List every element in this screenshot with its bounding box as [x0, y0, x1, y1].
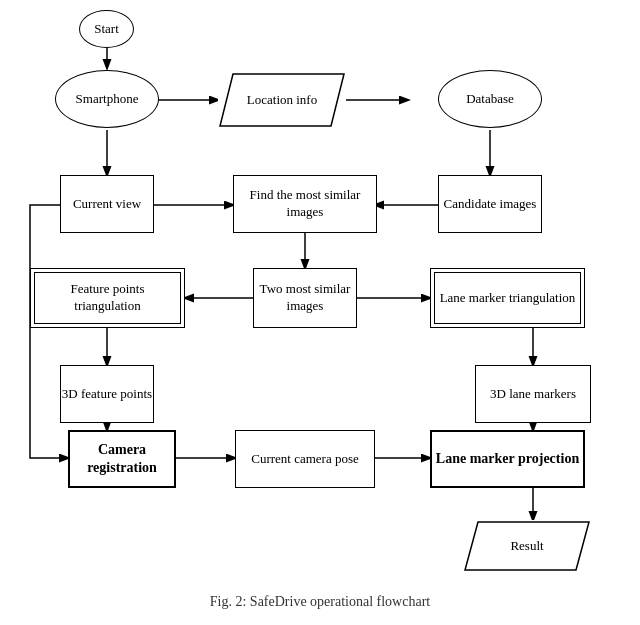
camera-reg-node: Camera registration — [68, 430, 176, 488]
smartphone-node: Smartphone — [55, 70, 159, 128]
start-node: Start — [79, 10, 134, 48]
database-node: Database — [438, 70, 542, 128]
candidate-images-node: Candidate images — [438, 175, 542, 233]
3d-feature-node: 3D feature points — [60, 365, 154, 423]
lane-marker-tri-node: Lane marker triangulation — [430, 268, 585, 328]
feature-points-node: Feature points triangulation — [30, 268, 185, 328]
location-info-node: Location info — [218, 72, 346, 128]
result-node: Result — [463, 520, 591, 572]
figure-caption: Fig. 2: SafeDrive operational flowchart — [0, 590, 640, 610]
current-view-node: Current view — [60, 175, 154, 233]
lane-proj-node: Lane marker projection — [430, 430, 585, 488]
current-pose-node: Current camera pose — [235, 430, 375, 488]
two-similar-node: Two most similar images — [253, 268, 357, 328]
3d-lane-node: 3D lane markers — [475, 365, 591, 423]
find-similar-node: Find the most similar images — [233, 175, 377, 233]
